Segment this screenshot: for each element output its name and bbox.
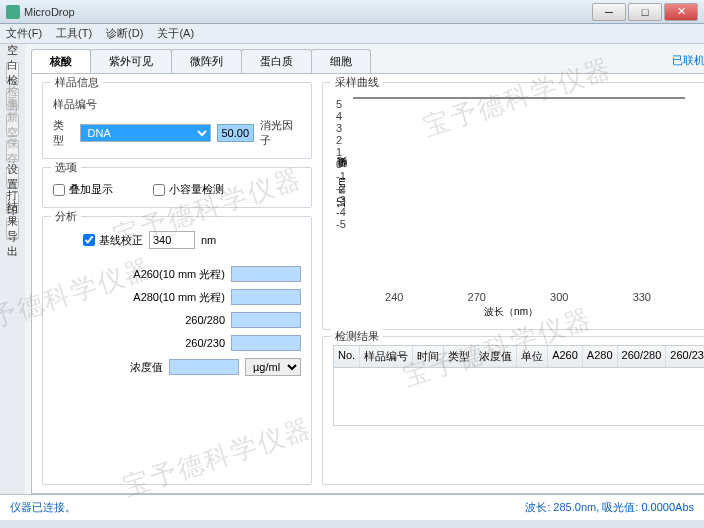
settings-button[interactable]: 设置 xyxy=(6,166,19,188)
conc-value xyxy=(169,359,239,375)
menu-file[interactable]: 文件(F) xyxy=(6,26,42,41)
tab-uvvis[interactable]: 紫外可见 xyxy=(90,49,172,73)
menu-diag[interactable]: 诊断(D) xyxy=(106,26,143,41)
chart-group: 采样曲线 隐藏标签 10 mm 吸光值 543210-1-2-3-4-5 xyxy=(322,82,704,330)
connection-status: 已联机 xyxy=(672,53,704,68)
a280-label: A280(10 mm 光程) xyxy=(115,290,225,305)
status-right: 波长: 285.0nm, 吸光值: 0.0000Abs xyxy=(525,500,694,515)
a280-value xyxy=(231,289,301,305)
plot-area[interactable]: 543210-1-2-3-4-5 xyxy=(353,97,685,99)
results-group: 检测结果 No.样品编号时间类型浓度值单位A260A280260/280260/… xyxy=(322,336,704,485)
reblank-button[interactable]: 重新空白 xyxy=(6,114,19,136)
a260-label: A260(10 mm 光程) xyxy=(115,267,225,282)
analysis-group: 分析 基线校正 nm A260(10 mm 光程) A280(10 mm 光程)… xyxy=(42,216,312,485)
overlay-checkbox[interactable]: 叠加显示 xyxy=(53,182,113,197)
tab-cell[interactable]: 细胞 xyxy=(311,49,371,73)
tab-protein[interactable]: 蛋白质 xyxy=(241,49,312,73)
r260-230-value xyxy=(231,335,301,351)
maximize-button[interactable]: □ xyxy=(628,3,662,21)
type-label: 类型 xyxy=(53,118,74,148)
status-bar: 仪器已连接。 波长: 285.0nm, 吸光值: 0.0000Abs xyxy=(0,494,704,520)
analysis-legend: 分析 xyxy=(51,209,81,224)
menu-tools[interactable]: 工具(T) xyxy=(56,26,92,41)
results-table-body[interactable] xyxy=(333,368,704,426)
nm-label: nm xyxy=(201,234,216,246)
conc-label: 浓度值 xyxy=(53,360,163,375)
baseline-checkbox[interactable]: 基线校正 xyxy=(83,233,143,248)
minimize-button[interactable]: ─ xyxy=(592,3,626,21)
unit-select[interactable]: µg/ml xyxy=(245,358,301,376)
menu-about[interactable]: 关于(A) xyxy=(157,26,194,41)
x-axis-label: 波长（nm） xyxy=(333,305,689,319)
results-legend: 检测结果 xyxy=(331,329,383,344)
sidebar: 空白检测 检测 重新空白 保存 设置 打印 结果导出 xyxy=(0,44,25,494)
a260-value xyxy=(231,266,301,282)
save-button[interactable]: 保存 xyxy=(6,140,19,162)
status-left: 仪器已连接。 xyxy=(10,500,525,515)
close-button[interactable]: ✕ xyxy=(664,3,698,21)
baseline-input[interactable] xyxy=(149,231,195,249)
x-ticks: 240270300330 xyxy=(353,291,683,303)
chart-legend: 采样曲线 xyxy=(331,75,383,90)
options-group: 选项 叠加显示 小容量检测 xyxy=(42,167,312,208)
r260-230-label: 260/230 xyxy=(115,337,225,349)
r260-280-value xyxy=(231,312,301,328)
sample-id-label: 样品编号 xyxy=(53,97,97,112)
factor-value: 50.00 xyxy=(217,124,254,142)
r260-280-label: 260/280 xyxy=(115,314,225,326)
type-select[interactable]: DNA xyxy=(80,124,211,142)
sample-legend: 样品信息 xyxy=(51,75,103,90)
lowvol-checkbox[interactable]: 小容量检测 xyxy=(153,182,224,197)
factor-label: 消光因子 xyxy=(260,118,301,148)
app-icon xyxy=(6,5,20,19)
title-bar: MicroDrop ─ □ ✕ xyxy=(0,0,704,24)
tab-nucleic[interactable]: 核酸 xyxy=(31,49,91,73)
options-legend: 选项 xyxy=(51,160,81,175)
tab-row: 核酸 紫外可见 微阵列 蛋白质 细胞 已联机 断开 xyxy=(31,48,704,74)
blank-button[interactable]: 空白检测 xyxy=(6,62,19,84)
menu-bar: 文件(F) 工具(T) 诊断(D) 关于(A) xyxy=(0,24,704,44)
export-button[interactable]: 结果导出 xyxy=(6,218,19,240)
results-table-header: No.样品编号时间类型浓度值单位A260A280260/280260/230消光 xyxy=(333,345,704,368)
tab-microarray[interactable]: 微阵列 xyxy=(171,49,242,73)
window-title: MicroDrop xyxy=(24,6,592,18)
sample-info-group: 样品信息 样品编号 类型 DNA 50.00 消光因子 xyxy=(42,82,312,159)
